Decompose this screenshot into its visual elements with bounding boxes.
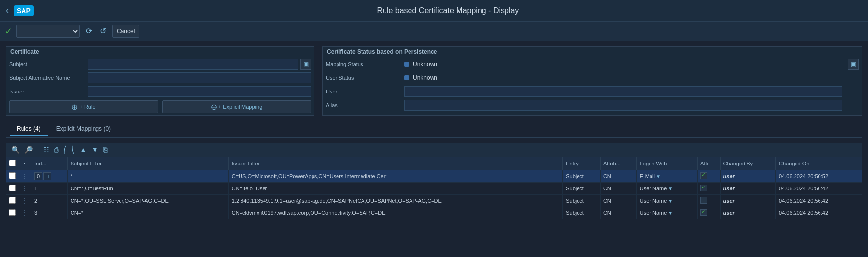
- row-checkbox[interactable]: [9, 185, 16, 191]
- cell-index: 0 □: [31, 170, 68, 183]
- cell-attrib: CN: [600, 207, 636, 219]
- issuer-input[interactable]: [88, 86, 311, 97]
- paste-button[interactable]: ⎛: [62, 145, 68, 155]
- tab-rules[interactable]: Rules (4): [10, 122, 48, 136]
- status-form: Mapping Status Unknown ▣ User Status: [323, 57, 862, 112]
- issuer-row: Issuer: [6, 85, 314, 98]
- subject-input[interactable]: [88, 59, 298, 70]
- explicit-mapping-button[interactable]: ⨁ + Explicit Mapping: [162, 100, 311, 113]
- subject-label: Subject: [6, 57, 85, 71]
- th-attr: Attr: [698, 157, 721, 170]
- cell-attr: [698, 170, 721, 183]
- row-checkbox[interactable]: [9, 209, 16, 216]
- back-button[interactable]: ‹: [6, 5, 9, 16]
- user-label: User: [323, 85, 401, 98]
- filter-button[interactable]: ☷: [42, 145, 51, 155]
- toolbar-sep-1: [38, 145, 38, 154]
- cell-attrib: CN: [600, 183, 636, 195]
- select-all-checkbox[interactable]: [9, 160, 16, 166]
- logon-with-arrow[interactable]: ▼: [668, 186, 673, 191]
- cell-index: 3: [31, 207, 68, 219]
- table-body: ⋮ 0 □ *C=US,O=Microsoft,OU=PowerApps,CN=…: [6, 170, 862, 219]
- th-drag: ⋮: [19, 157, 31, 170]
- cell-entry: Subject: [563, 207, 601, 219]
- th-subject-filter: Subject Filter: [67, 157, 228, 170]
- attr-checkbox[interactable]: [700, 185, 707, 191]
- logon-with-arrow[interactable]: ▼: [656, 174, 661, 179]
- top-bar: ‹ SAP Rule based Certificate Mapping - D…: [0, 0, 868, 22]
- table-header-row: ⋮ Ind... Subject Filter Issuer Filter En…: [6, 157, 862, 170]
- cell-changed-on: 04.06.2024 20:50:52: [776, 170, 862, 183]
- move-down-button[interactable]: ▼: [90, 145, 100, 155]
- user-status-row: User Status Unknown: [323, 71, 862, 85]
- subject-pick-button[interactable]: ▣: [300, 59, 311, 70]
- cell-attrib: CN: [600, 170, 636, 183]
- status-pick-button[interactable]: ▣: [848, 59, 859, 70]
- zoom-in-button[interactable]: 🔎: [23, 145, 34, 155]
- drag-handle: ⋮: [19, 207, 31, 219]
- attr-checkbox[interactable]: [700, 172, 707, 179]
- cancel-button[interactable]: Cancel: [112, 25, 139, 38]
- cell-changed-on: 04.06.2024 20:56:42: [776, 207, 862, 219]
- rule-button[interactable]: ⨁ + Rule: [9, 100, 158, 113]
- cell-logon-with[interactable]: User Name▼: [636, 183, 697, 195]
- row-checkbox[interactable]: [9, 172, 16, 179]
- cell-attr: [698, 195, 721, 207]
- certificate-panel-title: Certificate: [6, 47, 314, 57]
- move-up-button[interactable]: ▲: [78, 145, 88, 155]
- confirm-button[interactable]: ✓: [5, 26, 12, 37]
- logon-with-arrow[interactable]: ▼: [668, 210, 673, 216]
- table-section: 🔍 🔎 ☷ ⎙ ⎛ ⎝ ▲ ▼ ⎘ ⋮ Ind... Subject Filte…: [6, 143, 862, 219]
- cell-logon-with[interactable]: User Name▼: [636, 195, 697, 207]
- attr-checkbox[interactable]: [700, 209, 707, 216]
- cell-issuer-filter: CN=Itelo_User: [228, 183, 562, 195]
- cell-entry: Subject: [563, 170, 601, 183]
- user-status-value: Unknown: [413, 74, 437, 81]
- drag-handle: ⋮: [19, 183, 31, 195]
- san-row: Subject Alternative Name: [6, 71, 314, 85]
- mapping-status-value: Unknown: [413, 61, 437, 68]
- copy-button[interactable]: ⎙: [53, 145, 60, 155]
- refresh-button[interactable]: ⟳: [84, 25, 94, 37]
- tab-explicit-mappings[interactable]: Explicit Mappings (0): [49, 122, 118, 136]
- toolbar-select[interactable]: [16, 25, 80, 38]
- plus-icon-2: ⨁: [211, 104, 217, 110]
- mapping-status-label: Mapping Status: [323, 57, 401, 71]
- cell-changed-by: user: [720, 195, 776, 207]
- panels-row: Certificate Subject ▣ Subject Alternativ…: [6, 46, 862, 116]
- cell-logon-with[interactable]: E-Mail▼: [636, 170, 697, 183]
- row-checkbox[interactable]: [9, 197, 16, 204]
- cell-subject-filter: CN=*: [67, 207, 228, 219]
- export-button[interactable]: ⎘: [102, 145, 109, 155]
- sync-button[interactable]: ↺: [98, 25, 108, 37]
- cell-changed-on: 04.06.2024 20:56:42: [776, 195, 862, 207]
- attr-checkbox[interactable]: [700, 197, 707, 204]
- table-row: ⋮2CN=*,OU=SSL Server,O=SAP-AG,C=DE1.2.84…: [6, 195, 862, 207]
- delete-button[interactable]: ⎝: [70, 145, 76, 155]
- cell-subject-filter: CN=*,O=BestRun: [67, 183, 228, 195]
- cell-attr: [698, 183, 721, 195]
- zoom-fit-button[interactable]: 🔍: [10, 145, 21, 155]
- cell-changed-by: user: [720, 183, 776, 195]
- user-input[interactable]: [404, 86, 842, 97]
- certificate-panel: Certificate Subject ▣ Subject Alternativ…: [6, 46, 314, 116]
- cell-subject-filter: *: [67, 170, 228, 183]
- cell-index: 2: [31, 195, 68, 207]
- san-input[interactable]: [88, 72, 311, 83]
- cell-issuer-filter: C=US,O=Microsoft,OU=PowerApps,CN=Users I…: [228, 170, 562, 183]
- user-row: User: [323, 85, 862, 98]
- th-checkbox: [6, 157, 19, 170]
- tabs-bar: Rules (4) Explicit Mappings (0): [6, 120, 862, 138]
- cell-index: 1: [31, 183, 68, 195]
- cell-logon-with[interactable]: User Name▼: [636, 207, 697, 219]
- table-row: ⋮1CN=*,O=BestRunCN=Itelo_UserSubjectCNUs…: [6, 183, 862, 195]
- th-logon-with: Logon With: [636, 157, 697, 170]
- alias-input[interactable]: [404, 100, 842, 111]
- cell-changed-by: user: [720, 170, 776, 183]
- cell-changed-on: 04.06.2024 20:56:42: [776, 183, 862, 195]
- cell-issuer-filter: 1.2.840.113549.1.9.1=user@sap-ag.de,CN=S…: [228, 195, 562, 207]
- logon-with-arrow[interactable]: ▼: [668, 198, 673, 204]
- alias-row: Alias: [323, 98, 862, 112]
- mapping-status-dot: [404, 62, 409, 67]
- cell-subject-filter: CN=*,OU=SSL Server,O=SAP-AG,C=DE: [67, 195, 228, 207]
